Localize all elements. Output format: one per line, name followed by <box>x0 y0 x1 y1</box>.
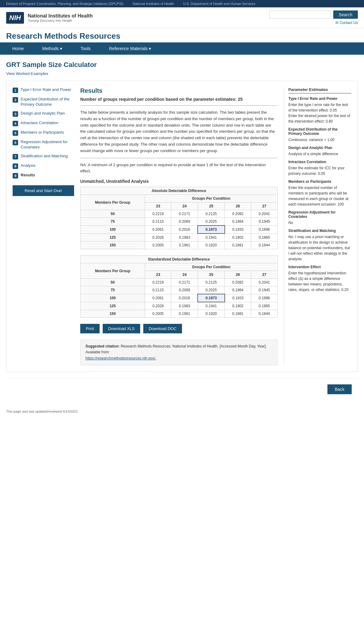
standardized-table-section: Standardized Detectable Difference Membe… <box>80 255 278 318</box>
logo-text: National Institutes of Health Turning Di… <box>28 13 93 22</box>
step-label-3: Design and Analytic Plan <box>21 111 65 116</box>
step-num-5: 5 <box>13 130 18 136</box>
col-25: 25 <box>198 202 224 210</box>
step-num-1: 1 <box>13 88 18 93</box>
col2-27: 27 <box>251 271 278 279</box>
param-section-distribution: Expected Distribution of the Primary Out… <box>288 127 351 136</box>
param-section-stratification: Stratification and Matching <box>288 229 351 233</box>
back-button[interactable]: Back <box>327 384 352 394</box>
members-per-group-header-2: Members Per Group <box>81 263 145 279</box>
step-num-9: 9 <box>13 173 18 179</box>
search-input[interactable] <box>269 10 331 19</box>
sidebar-item-2[interactable]: 2 Expected Distribution of the Primary O… <box>13 97 74 107</box>
absolute-table-title: Absolute Detectable Difference <box>81 187 278 195</box>
table-row: 100 0.2061 0.2016 0.1973 0.1933 0.1896 <box>81 294 278 302</box>
table-row: 125 0.2028 0.1983 0.1941 0.1902 0.1865 <box>81 302 278 310</box>
groups-per-condition-header-2: Groups Per Condition <box>145 263 277 271</box>
print-button[interactable]: Print <box>80 324 100 333</box>
nav-bar: Home Methods ▾ Tools Reference Materials… <box>0 42 364 55</box>
table-row: 50 0.2219 0.2171 0.2125 0.2082 0.2041 <box>81 210 278 218</box>
param-icc-value: Enter the estimate for ICC for your prim… <box>288 165 351 176</box>
sidebar-item-7[interactable]: 7 Stratification and Matching <box>13 154 74 159</box>
parameter-panel: Parameter Estimates Type I Error Rate an… <box>284 87 351 365</box>
absolute-table: Absolute Detectable Difference Members P… <box>80 187 278 249</box>
param-intervention-value: Enter the hypothesized intervention effe… <box>288 270 351 293</box>
standardized-table: Standardized Detectable Difference Membe… <box>80 255 278 318</box>
footer-note: This page was last updated/reviewed 4/14… <box>0 406 364 416</box>
step-label-1: Type I Error Rate and Power <box>21 87 71 92</box>
view-worked-examples-link[interactable]: View Worked Examples <box>6 71 358 76</box>
col2-26: 26 <box>225 271 251 279</box>
step-label-5: Members or Participants <box>21 130 64 135</box>
step-label-6: Regression Adjustment for Covariates <box>21 139 74 150</box>
highlighted-cell-2: 0.1973 <box>198 294 224 302</box>
table-row: 50 0.2219 0.2171 0.2125 0.2082 0.2041 <box>81 279 278 286</box>
table-row: 75 0.2115 0.2069 0.2025 0.1984 0.1945 <box>81 218 278 226</box>
download-doc-button[interactable]: Download DOC <box>143 324 182 333</box>
members-125: 125 <box>81 234 145 242</box>
param-type-i-value-2: Enter the desired power for the test of … <box>288 113 351 124</box>
sidebar-item-4[interactable]: 4 Intraclass Correlation <box>13 120 74 126</box>
sidebar-item-1[interactable]: 1 Type I Error Rate and Power <box>13 87 74 93</box>
sidebar-item-6[interactable]: 6 Regression Adjustment for Covariates <box>13 139 74 150</box>
page-title: GRT Sample Size Calculator <box>6 61 358 69</box>
nav-reference-materials[interactable]: Reference Materials ▾ <box>100 42 160 55</box>
download-xls-button[interactable]: Download XLS <box>103 324 140 333</box>
step-label-7: Stratification and Matching <box>21 154 68 159</box>
step-label-8: Analysis <box>21 163 35 168</box>
param-section-regression: Regression Adjustment for Covariates <box>288 210 351 219</box>
results-area: Results Number of groups required per co… <box>80 87 278 365</box>
col2-23: 23 <box>145 271 171 279</box>
page-content: GRT Sample Size Calculator View Worked E… <box>0 55 364 406</box>
param-design-value: Analysis of a simple difference <box>288 151 351 157</box>
search-area: Search <box>269 10 358 19</box>
sidebar-item-5[interactable]: 5 Members or Participants <box>13 130 74 136</box>
param-section-intervention: Intervention Effect <box>288 265 351 269</box>
action-buttons: Print Download XLS Download DOC <box>80 324 278 333</box>
unmatched-title: Unmatched, Unstratified Analysis <box>80 179 278 184</box>
param-distribution-value: Continuous: variance = 1.00 <box>288 137 351 143</box>
table-row: 100 0.2061 0.2016 0.1973 0.1933 0.1896 <box>81 226 278 234</box>
sidebar-item-9[interactable]: 9 Results <box>13 173 74 179</box>
top-bar: Division of Program Coordination, Planni… <box>0 0 364 7</box>
col-27: 27 <box>251 202 278 210</box>
step-num-4: 4 <box>13 121 18 126</box>
logo-name: National Institutes of Health <box>28 13 93 19</box>
search-button[interactable]: Search <box>333 10 358 19</box>
param-stratification-value: No. I may use a priori matching or strat… <box>288 234 351 262</box>
members-per-group-header: Members Per Group <box>81 195 145 210</box>
sidebar-item-3[interactable]: 3 Design and Analytic Plan <box>13 111 74 117</box>
table-row: 150 0.2005 0.1961 0.1920 0.1881 0.1844 <box>81 242 278 249</box>
sidebar: 1 Type I Error Rate and Power 2 Expected… <box>13 87 74 365</box>
citation-box: Suggested citation: Research Methods Res… <box>80 340 278 365</box>
members-150: 150 <box>81 242 145 249</box>
col2-24: 24 <box>171 271 198 279</box>
nav-home[interactable]: Home <box>3 42 33 55</box>
highlighted-cell: 0.1973 <box>198 226 224 234</box>
reset-button[interactable]: Reset and Start Over <box>13 185 74 196</box>
param-section-design: Design and Analytic Plan <box>288 146 351 150</box>
top-bar-item-3: U.S. Department of Health and Human Serv… <box>183 2 255 6</box>
contact-us-link[interactable]: Contact Us <box>335 21 358 25</box>
groups-per-condition-header: Groups Per Condition <box>145 195 277 202</box>
top-bar-item-1: Division of Program Coordination, Planni… <box>6 2 124 6</box>
param-section-members: Members or Participants <box>288 179 351 184</box>
table-row: 150 0.2005 0.1961 0.1920 0.1881 0.1844 <box>81 310 278 318</box>
citation-label: Suggested citation: <box>85 344 120 348</box>
standardized-table-title: Standardized Detectable Difference <box>81 256 278 263</box>
nav-methods[interactable]: Methods ▾ <box>33 42 71 55</box>
step-num-7: 7 <box>13 154 18 159</box>
members-100: 100 <box>81 226 145 234</box>
results-description: The table below presents a sensitivity a… <box>80 109 278 154</box>
col-24: 24 <box>171 202 198 210</box>
header-right: Search Contact Us <box>269 10 358 25</box>
citation-link[interactable]: https://researchmethodsresources.nih.gov… <box>85 356 156 360</box>
sidebar-item-8[interactable]: 8 Analysis <box>13 163 74 169</box>
param-members-value: Enter the expected number of members or … <box>288 185 351 207</box>
divider-2 <box>80 158 278 158</box>
param-section-icc: Intraclass Correlation <box>288 160 351 164</box>
header: NIH National Institutes of Health Turnin… <box>0 7 364 28</box>
nav-tools[interactable]: Tools <box>71 42 100 55</box>
top-bar-item-2: National Institutes of Health <box>133 2 174 6</box>
step-label-4: Intraclass Correlation <box>21 120 58 126</box>
